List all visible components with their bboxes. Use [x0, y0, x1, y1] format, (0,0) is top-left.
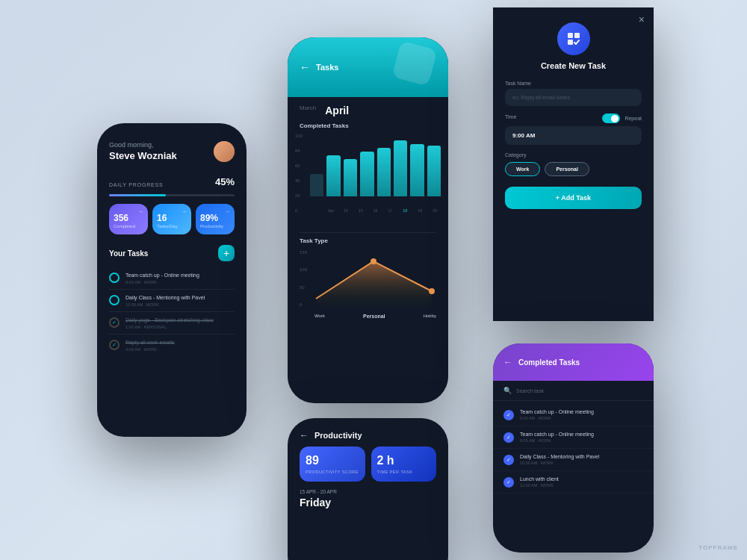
list-item[interactable]: ✓ Lunch with client 12:00 AM · WORK — [493, 471, 654, 494]
checkmark-icon: ✓ — [506, 457, 511, 463]
progress-label: DAILY PROGRESS — [109, 182, 163, 187]
close-icon[interactable]: × — [639, 13, 645, 25]
productivity-stats: 89 PRODUCTIVITY SCORE 2 h TIME PER TASK — [288, 447, 448, 489]
phone-create-task: × Create New Task Task Name ex: Reply al… — [493, 7, 654, 321]
category-personal-button[interactable]: Personal — [545, 162, 589, 176]
category-work-button[interactable]: Work — [505, 162, 540, 176]
checkmark-icon: ✓ — [506, 479, 511, 485]
search-bar[interactable]: 🔍 Search task — [493, 381, 654, 401]
search-icon: 🔍 — [503, 387, 512, 394]
list-item[interactable]: ✓ Team catch up - Online meeting 9:00 AM… — [493, 426, 654, 449]
task-meta: 10:00 AM · WORK — [125, 302, 205, 307]
decorative-shape — [391, 40, 437, 86]
check-circle: ✓ — [503, 410, 514, 420]
task-circle — [109, 295, 120, 305]
repeat-toggle[interactable] — [602, 113, 620, 123]
add-task-button[interactable]: + Add Task — [505, 187, 642, 209]
stat-completed-label: Completed — [114, 224, 143, 228]
task-meta: 9:00 AM · WORK — [125, 280, 199, 284]
bar-item — [427, 146, 441, 196]
task-circle — [109, 273, 120, 283]
time-label: TIME PER TASK — [377, 470, 431, 474]
bar-item — [344, 159, 357, 196]
list-item[interactable]: Team catch up - Online meeting 9:00 AM ·… — [109, 267, 235, 290]
task-meta: 4:00 AM · WORK — [125, 347, 175, 352]
month-march[interactable]: March — [300, 105, 316, 116]
phone-dashboard: Good morning, Steve Wozniak DAILY PROGRE… — [97, 123, 247, 437]
list-item[interactable]: ✓ Team catch up - Online meeting 9:00 AM… — [493, 404, 654, 426]
phone-completed-tasks: ← Completed Tasks 🔍 Search task ✓ Team c… — [493, 343, 654, 553]
list-item[interactable]: ✓ Reply all work emails 4:00 AM · WORK — [109, 335, 235, 356]
task-name: Team catch up - Online meeting — [125, 272, 199, 279]
completed-task-meta: 9:00 AM · WORK — [520, 438, 594, 443]
arrow-icon: → — [224, 208, 230, 215]
divider — [300, 232, 436, 233]
task-name: Daily Class - Mentoring with Pavel — [125, 294, 205, 301]
time-label: Time — [505, 114, 516, 119]
time-per-task-card: 2 h TIME PER TASK — [371, 447, 437, 482]
productivity-header: ← Productivity — [288, 418, 448, 447]
list-item[interactable]: ✓ Daily yoga - Backpain stretching class… — [109, 312, 235, 335]
list-item[interactable]: ✓ Daily Class - Mentoring with Pavel 10:… — [493, 449, 654, 471]
task-meta: 1:00 AM · PERSONAL — [125, 325, 214, 329]
create-task-title: Create New Task — [493, 61, 654, 70]
checkmark-icon: ✓ — [112, 320, 117, 326]
bar-item — [410, 144, 424, 196]
svg-rect-1 — [568, 40, 573, 45]
back-icon[interactable]: ← — [300, 430, 309, 441]
date-range: 15 APR - 20 APR — [288, 489, 448, 494]
arrow-icon: → — [181, 208, 187, 215]
completed-task-meta: 12:00 AM · WORK — [520, 483, 559, 488]
phone-tasks-chart: ← Tasks March April Completed Tasks 100 … — [288, 37, 448, 403]
list-item[interactable]: Daily Class - Mentoring with Pavel 10:00… — [109, 290, 235, 312]
task-circle-done: ✓ — [109, 340, 120, 350]
add-task-button[interactable]: + — [218, 245, 235, 261]
category-label: Category — [505, 152, 642, 158]
task-icon-svg — [565, 30, 583, 48]
stat-completed[interactable]: → 356 Completed — [109, 204, 148, 234]
repeat-label: Repeat — [624, 116, 642, 121]
productivity-title: Productivity — [314, 431, 362, 440]
productivity-score-value: 89 — [306, 454, 359, 467]
x2-axis-labels: Work Personal Hobby — [314, 314, 436, 319]
task-form: Task Name ex: Reply all email works Time… — [493, 81, 654, 209]
chart-header: ← Tasks — [288, 37, 448, 97]
time-value: 2 h — [377, 454, 431, 467]
back-icon[interactable]: ← — [300, 61, 310, 73]
stat-tasks-per-day[interactable]: → 16 Tasks/Day — [152, 204, 191, 234]
checkmark-icon: ✓ — [112, 342, 117, 348]
completed-task-meta: 9:00 AM · WORK — [520, 416, 594, 420]
svg-rect-0 — [568, 33, 573, 38]
line-chart: 150 100 50 0 Work Personal Hobby — [288, 247, 448, 322]
check-circle: ✓ — [503, 477, 514, 488]
task-list: Team catch up - Online meeting 9:00 AM ·… — [97, 267, 247, 356]
bar-item — [394, 140, 407, 196]
completed-tasks-label: Completed Tasks — [288, 119, 448, 131]
arrow-icon: → — [137, 208, 143, 215]
y2-axis-labels: 150 100 50 0 — [300, 250, 307, 307]
avatar-image — [214, 141, 235, 162]
x-axis-labels: Apr 14 15 16 17 18 19 20 — [325, 208, 441, 213]
phone-productivity: ← Productivity 89 PRODUCTIVITY SCORE 2 h… — [288, 418, 448, 560]
check-circle: ✓ — [503, 432, 514, 443]
data-point-hobby — [429, 288, 435, 294]
task-name-input[interactable]: ex: Reply all email works — [505, 89, 642, 106]
stat-productivity[interactable]: → 89% Productivity — [196, 204, 235, 234]
category-buttons: Work Personal — [505, 162, 642, 176]
completed-header: ← Completed Tasks — [493, 343, 654, 381]
task-name-done: Daily yoga - Backpain stretching class — [125, 317, 214, 323]
stat-prod-label: Productivity — [200, 224, 230, 228]
task-icon-wrapper — [493, 7, 654, 61]
bar-item — [360, 152, 374, 196]
bar-item — [377, 148, 391, 196]
bar-chart: 100 84 60 40 20 0 Apr 14 15 16 — [288, 131, 448, 228]
task-name-done: Reply all work emails — [125, 339, 175, 346]
back-icon[interactable]: ← — [503, 357, 512, 367]
productivity-score-label: PRODUCTIVITY SCORE — [306, 470, 359, 474]
time-display[interactable]: 9:00 AM — [505, 126, 642, 145]
month-selector: March April — [288, 97, 448, 119]
completed-task-name: Team catch up - Online meeting — [520, 432, 594, 437]
completed-title: Completed Tasks — [518, 358, 580, 367]
month-april[interactable]: April — [325, 105, 349, 116]
completed-task-list: ✓ Team catch up - Online meeting 9:00 AM… — [493, 401, 654, 497]
